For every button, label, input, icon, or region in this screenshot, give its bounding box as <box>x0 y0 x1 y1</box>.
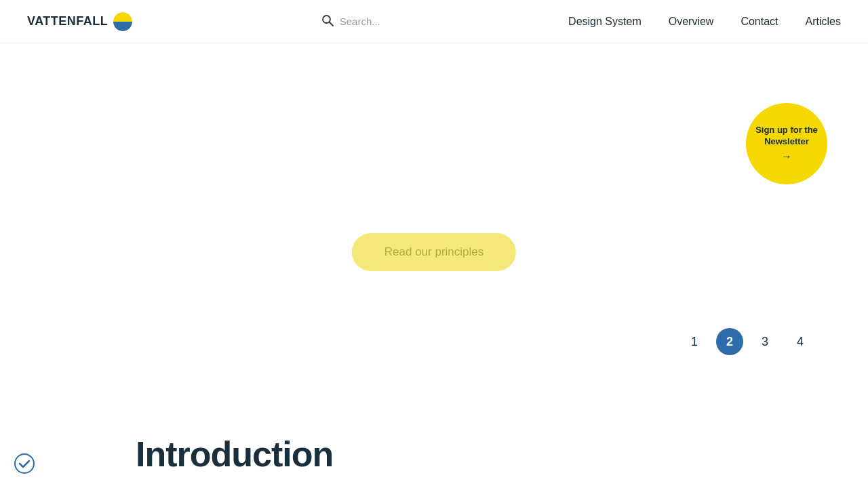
header: VATTENFALL Search... Design System Overv… <box>0 0 868 43</box>
main-content: Sign up for the Newsletter → Read our pr… <box>0 43 868 488</box>
principles-button-wrapper: Read our principles <box>352 233 516 271</box>
svg-point-3 <box>15 454 34 473</box>
main-nav: Design System Overview Contact Articles <box>568 16 841 28</box>
svg-line-2 <box>330 22 333 26</box>
intro-section: Introduction <box>0 407 868 488</box>
search-input-placeholder: Search... <box>340 16 380 27</box>
search-area[interactable]: Search... <box>321 14 380 29</box>
pagination: 1 2 3 4 <box>681 328 814 355</box>
nav-item-articles[interactable]: Articles <box>806 16 841 28</box>
newsletter-bubble[interactable]: Sign up for the Newsletter → <box>746 103 827 184</box>
logo-text: VATTENFALL <box>27 14 108 28</box>
svg-point-1 <box>323 16 330 23</box>
page-3[interactable]: 3 <box>751 328 778 355</box>
page-1[interactable]: 1 <box>681 328 708 355</box>
nav-item-contact[interactable]: Contact <box>741 16 778 28</box>
newsletter-arrow-icon: → <box>781 150 792 163</box>
bottom-check-icon <box>14 453 35 474</box>
page-4[interactable]: 4 <box>787 328 814 355</box>
logo[interactable]: VATTENFALL <box>27 12 132 31</box>
logo-icon <box>113 12 132 31</box>
search-icon <box>321 14 334 29</box>
read-principles-button[interactable]: Read our principles <box>352 233 516 271</box>
page-2[interactable]: 2 <box>716 328 743 355</box>
intro-title: Introduction <box>136 434 868 474</box>
nav-item-overview[interactable]: Overview <box>669 16 714 28</box>
nav-item-design-system[interactable]: Design System <box>568 16 642 28</box>
newsletter-label: Sign up for the Newsletter <box>746 125 827 148</box>
